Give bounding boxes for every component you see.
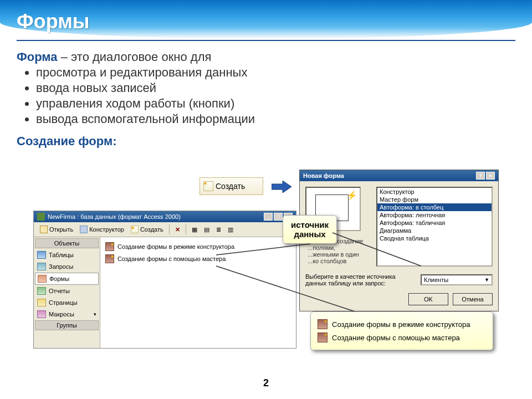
content-area: Форма – это диалоговое окно для просмотр… xyxy=(0,44,532,154)
sidebar-header-groups[interactable]: Группы xyxy=(35,320,99,330)
maximize-button[interactable]: □ xyxy=(274,213,283,221)
source-label: Выберите в качестве источника данных таб… xyxy=(305,273,416,287)
form-type-list[interactable]: Конструктор Мастер форм Автоформа: в сто… xyxy=(376,187,493,267)
create-button-label: Создать xyxy=(216,182,245,191)
list-item-label: Создание формы с помощью мастера xyxy=(117,255,226,262)
window-buttons: ? × xyxy=(476,172,495,180)
sidebar-item-tables[interactable]: Таблицы xyxy=(35,249,99,260)
view-details-button[interactable]: ▥ xyxy=(225,225,236,234)
list-item[interactable]: Мастер форм xyxy=(377,196,492,203)
delete-button[interactable]: ✕ xyxy=(172,225,183,234)
view-list-button[interactable]: ≣ xyxy=(213,225,224,234)
popup-item-label: Создание формы с помощью мастера xyxy=(332,334,460,342)
chevron-down-icon: ▾ xyxy=(94,311,96,317)
cancel-button[interactable]: Отмена xyxy=(453,293,493,305)
create-label: Создать xyxy=(140,226,163,233)
source-combobox[interactable]: Клиенты ▼ xyxy=(421,274,493,285)
popup-item-label: Создание формы в режиме конструктора xyxy=(332,320,470,329)
view-large-button[interactable]: ▦ xyxy=(189,225,200,234)
sidebar-item-pages[interactable]: Страницы xyxy=(35,297,99,308)
wizard-icon xyxy=(318,332,328,342)
report-icon xyxy=(37,287,46,295)
design-label: Конструктор xyxy=(89,226,124,233)
dialog-row: Выберите в качестве источника данных таб… xyxy=(305,273,493,287)
chevron-down-icon: ▼ xyxy=(484,277,489,283)
create-button-large[interactable]: Создать xyxy=(200,177,263,195)
table-icon xyxy=(37,251,46,259)
form-icon xyxy=(38,275,47,283)
dialog-title: Новая форма xyxy=(303,172,344,179)
sidebar-label: Таблицы xyxy=(49,252,74,258)
page-icon xyxy=(37,299,46,306)
toolbar-separator xyxy=(186,224,186,234)
sidebar-label: Формы xyxy=(49,275,69,282)
list-item: Создание формы в режиме конструктора xyxy=(318,318,486,331)
open-label: Открыть xyxy=(49,226,73,233)
arrow-right-icon xyxy=(272,181,291,193)
callout-popup: Создание формы в режиме конструктора Соз… xyxy=(310,311,493,350)
sidebar-item-macros[interactable]: Макросы▾ xyxy=(35,309,99,320)
db-toolbar: Открыть Конструктор Создать ✕ ▦ ▤ ≣ ▥ xyxy=(34,222,296,237)
wizard-icon xyxy=(105,242,114,251)
db-body: Объекты Таблицы Запросы Формы Отчеты Стр… xyxy=(34,237,296,348)
wizard-icon xyxy=(318,319,328,329)
list-item[interactable]: Создание формы с помощью мастера xyxy=(104,253,293,265)
sidebar-item-forms[interactable]: Формы xyxy=(35,273,99,285)
query-icon xyxy=(37,263,46,270)
create-button[interactable]: Создать xyxy=(128,224,166,234)
new-icon xyxy=(203,181,213,191)
sidebar-label: Страницы xyxy=(49,299,78,306)
minimize-button[interactable]: _ xyxy=(264,213,273,221)
sidebar-item-queries[interactable]: Запросы xyxy=(35,261,99,272)
list-item: Создание формы с помощью мастера xyxy=(318,331,486,344)
combo-value: Клиенты xyxy=(424,277,448,283)
bullet-item: просмотра и редактирования данных xyxy=(36,65,515,80)
design-button[interactable]: Конструктор xyxy=(77,224,127,234)
design-icon xyxy=(80,226,88,233)
open-button[interactable]: Открыть xyxy=(37,224,76,234)
toolbar-separator xyxy=(169,224,170,234)
list-item[interactable]: Создание формы в режиме конструктора xyxy=(104,241,293,253)
db-icon xyxy=(37,213,45,221)
view-small-button[interactable]: ▤ xyxy=(201,225,212,234)
dialog-titlebar: Новая форма ? × xyxy=(300,170,498,181)
db-title: NewFirma : база данных (формат Access 20… xyxy=(48,213,181,220)
list-item[interactable]: Сводная таблица xyxy=(377,234,492,242)
dialog-buttons: OK Отмена xyxy=(305,293,493,305)
help-button[interactable]: ? xyxy=(476,172,485,180)
list-item[interactable]: Диаграмма xyxy=(377,227,492,234)
db-titlebar: NewFirma : база данных (формат Access 20… xyxy=(34,211,296,222)
definition-line: Форма – это диалоговое окно для xyxy=(17,50,515,64)
delete-icon: ✕ xyxy=(175,226,180,233)
slide-header: Формы xyxy=(0,0,532,44)
bullet-item: вывода вспомогательной информации xyxy=(36,112,515,126)
lightning-icon: ⚡ xyxy=(346,190,357,201)
sidebar-item-reports[interactable]: Отчеты xyxy=(35,285,99,296)
sidebar-header-objects[interactable]: Объекты xyxy=(35,238,99,248)
bullet-item: управления ходом работы (кнопки) xyxy=(36,96,515,111)
slide-title: Формы xyxy=(17,10,90,33)
macro-icon xyxy=(37,310,46,318)
db-main-pane: Создание формы в режиме конструктора Соз… xyxy=(100,237,296,348)
open-icon xyxy=(40,226,48,233)
close-button[interactable]: × xyxy=(486,172,495,180)
sidebar-label: Запросы xyxy=(49,263,73,270)
sidebar-label: Отчеты xyxy=(49,288,70,294)
wizard-icon xyxy=(105,254,114,263)
list-item-label: Создание формы в режиме конструктора xyxy=(117,243,234,250)
page-number: 2 xyxy=(263,377,269,389)
list-item[interactable]: Автоформа: табличная xyxy=(377,219,492,227)
list-item[interactable]: Автоформа: ленточная xyxy=(377,211,492,219)
dialog-body: ⚡ ...ическое создание ...полями, ...женн… xyxy=(300,181,498,311)
new-icon xyxy=(131,226,139,233)
db-sidebar: Объекты Таблицы Запросы Формы Отчеты Стр… xyxy=(34,237,100,348)
sub-heading: Создание форм: xyxy=(17,134,515,149)
list-item[interactable]: Автоформа: в столбец xyxy=(377,203,492,211)
ok-button[interactable]: OK xyxy=(408,293,448,305)
database-window: NewFirma : база данных (формат Access 20… xyxy=(33,211,296,349)
callout-source: источник данных xyxy=(283,215,337,244)
definition-bullets: просмотра и редактирования данных ввода … xyxy=(36,65,515,126)
sidebar-label: Макросы xyxy=(49,311,74,318)
bullet-item: ввода новых записей xyxy=(36,81,515,95)
list-item[interactable]: Конструктор xyxy=(377,188,492,196)
